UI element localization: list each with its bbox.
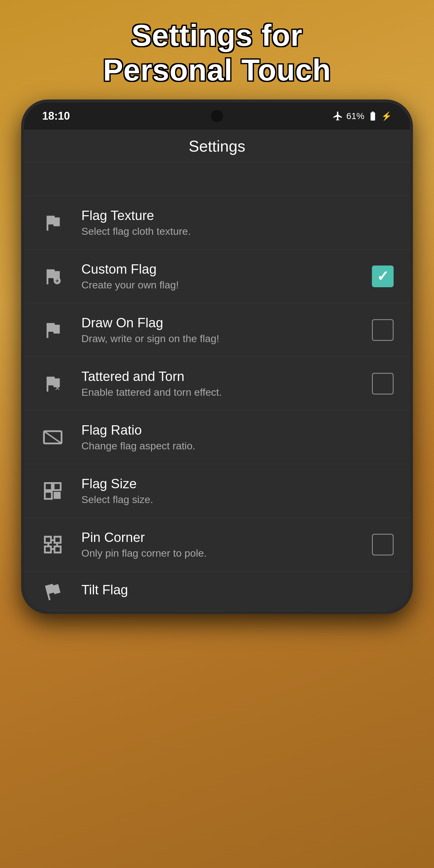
camera-notch (211, 110, 223, 122)
tattered-torn-subtitle: Enable tattered and torn effect. (82, 386, 371, 398)
flag-ratio-subtitle: Change flag aspect ratio. (82, 440, 395, 452)
svg-text:+: + (56, 277, 59, 284)
custom-flag-icon: + (39, 263, 66, 290)
flag-ratio-icon (39, 424, 66, 451)
battery-text: 61% (346, 111, 364, 121)
svg-rect-7 (45, 492, 52, 498)
custom-flag-title: Custom Flag (82, 261, 371, 277)
flag-size-title: Flag Size (82, 476, 395, 491)
app-bar: Settings (24, 130, 410, 163)
tilt-flag-text: Tilt Flag (82, 582, 395, 600)
tattered-torn-text: Tattered and Torn Enable tattered and to… (82, 369, 371, 398)
svg-text:✕: ✕ (55, 384, 60, 392)
settings-item-pin-corner[interactable]: Pin Corner Only pin flag corner to pole. (24, 518, 410, 571)
draw-on-flag-icon (39, 316, 66, 344)
svg-rect-6 (54, 483, 61, 490)
svg-line-4 (44, 431, 61, 443)
checkbox-unchecked-indicator (372, 534, 394, 555)
status-icons: 61% ⚡ (333, 111, 392, 121)
pin-corner-title: Pin Corner (82, 530, 371, 545)
tattered-torn-checkbox[interactable] (371, 372, 395, 396)
settings-item-tilt-flag[interactable]: Tilt Flag (24, 571, 410, 611)
side-button (410, 223, 413, 259)
flag-ratio-text: Flag Ratio Change flag aspect ratio. (82, 423, 395, 452)
settings-item-flag-ratio[interactable]: Flag Ratio Change flag aspect ratio. (24, 410, 410, 464)
flag-ratio-title: Flag Ratio (82, 423, 395, 438)
flag-size-text: Flag Size Select flag size. (82, 476, 395, 505)
charging-icon: ⚡ (381, 111, 392, 121)
tilt-flag-icon (39, 578, 66, 604)
title-line1: Settings for (131, 19, 303, 52)
pin-corner-text: Pin Corner Only pin flag corner to pole. (82, 530, 371, 559)
custom-flag-subtitle: Create your own flag! (82, 279, 371, 291)
svg-rect-5 (45, 483, 52, 490)
flag-size-subtitle: Select flag size. (82, 494, 395, 505)
draw-on-flag-subtitle: Draw, write or sign on the flag! (82, 333, 371, 344)
draw-on-flag-title: Draw On Flag (82, 315, 371, 330)
pin-corner-subtitle: Only pin flag corner to pole. (82, 547, 371, 559)
title-line2: Personal Touch (103, 53, 331, 87)
settings-item-flag-size[interactable]: Flag Size Select flag size. (24, 464, 410, 518)
phone-shell: 18:10 61% ⚡ Settings (21, 99, 413, 614)
page-title: Settings for Personal Touch (103, 18, 331, 87)
tattered-torn-icon: ✕ (39, 370, 66, 397)
battery-icon (367, 111, 378, 121)
status-time: 18:10 (42, 110, 70, 122)
checkbox-unchecked-indicator (372, 319, 394, 341)
status-bar: 18:10 61% ⚡ (24, 102, 410, 130)
pin-corner-checkbox[interactable] (371, 532, 395, 557)
tattered-torn-title: Tattered and Torn (82, 369, 371, 384)
settings-item-custom-flag[interactable]: + Custom Flag Create your own flag! (24, 250, 410, 303)
flag-texture-subtitle: Select flag cloth texture. (82, 225, 395, 237)
flag-texture-icon (39, 209, 66, 236)
flag-texture-title: Flag Texture (82, 208, 395, 223)
settings-item-flag-texture[interactable]: Flag Texture Select flag cloth texture. (24, 196, 410, 250)
checkbox-unchecked-indicator (372, 373, 394, 395)
draw-on-flag-text: Draw On Flag Draw, write or sign on the … (82, 315, 371, 344)
custom-flag-text: Custom Flag Create your own flag! (82, 261, 371, 291)
custom-flag-checkbox[interactable] (371, 264, 395, 288)
tilt-flag-title: Tilt Flag (82, 582, 395, 597)
flag-texture-text: Flag Texture Select flag cloth texture. (82, 208, 395, 237)
flag-size-icon (39, 477, 66, 504)
airplane-icon (333, 111, 343, 121)
app-bar-title: Settings (189, 137, 245, 155)
settings-list: Flag Texture Select flag cloth texture. … (24, 163, 410, 611)
checkbox-checked-indicator (372, 266, 394, 287)
section-space (24, 163, 410, 196)
draw-on-flag-checkbox[interactable] (371, 318, 395, 342)
settings-item-tattered-torn[interactable]: ✕ Tattered and Torn Enable tattered and … (24, 357, 410, 410)
pin-corner-icon (39, 531, 66, 558)
settings-item-draw-on-flag[interactable]: Draw On Flag Draw, write or sign on the … (24, 303, 410, 357)
